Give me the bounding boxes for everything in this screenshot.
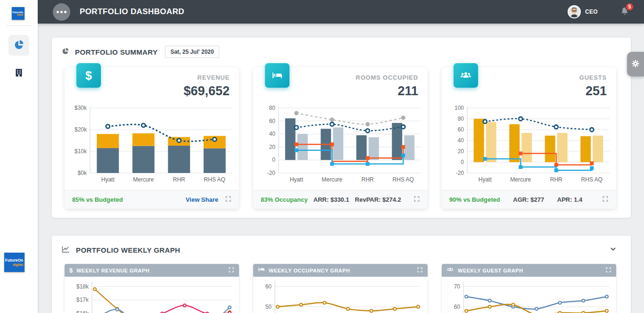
revenue-card-footer: 85% vs Budgeted View Share bbox=[65, 190, 239, 209]
rooms-occupied-card: ROOMS OCCUPIED 211 -20020406080HyattMerc… bbox=[253, 67, 428, 209]
guests-card: GUESTS 251 -20020406080100HyattMercureRH… bbox=[442, 67, 616, 209]
revpar-value: RevPAR: $274.2 bbox=[355, 196, 401, 203]
svg-text:0: 0 bbox=[461, 159, 464, 165]
weekly-revenue-card: $ WEEKLY REVENUE GRAPH $15k$16k$17k$18k bbox=[65, 264, 239, 313]
weekly-card-title: WEEKLY GUEST GRAPH bbox=[458, 268, 523, 273]
line-chart-icon bbox=[61, 245, 70, 255]
svg-text:40: 40 bbox=[458, 137, 464, 144]
expand-icon[interactable] bbox=[605, 266, 611, 275]
page-title: PORTFOLIO DASHBOARD bbox=[80, 7, 184, 16]
svg-text:RHS AQ: RHS AQ bbox=[393, 176, 414, 183]
svg-text:60: 60 bbox=[458, 126, 464, 133]
portfolio-weekly-panel: PORTFOLIO WEEKLY GRAPH $ WEEKLY REVENUE … bbox=[52, 236, 631, 313]
sidebar-divider bbox=[7, 25, 31, 26]
svg-text:Hyatt: Hyatt bbox=[290, 176, 304, 183]
svg-text:$0k: $0k bbox=[78, 170, 87, 176]
svg-text:$10k: $10k bbox=[74, 148, 87, 155]
budget-status: 90% vs Budgeted bbox=[449, 196, 500, 203]
svg-text:50: 50 bbox=[265, 304, 272, 310]
svg-text:$20k: $20k bbox=[74, 126, 87, 133]
pie-chart-icon bbox=[61, 47, 69, 57]
date-badge[interactable]: Sat, 25 Jul' 2020 bbox=[165, 46, 219, 58]
weekly-revenue-chart: $15k$16k$17k$18k bbox=[65, 280, 239, 313]
expand-icon[interactable] bbox=[228, 266, 234, 275]
summary-title: PORTFOLIO SUMMARY bbox=[75, 48, 157, 56]
svg-text:60: 60 bbox=[269, 118, 276, 124]
brand-sub: digital bbox=[17, 14, 23, 16]
svg-text:0: 0 bbox=[272, 156, 275, 163]
users-icon bbox=[446, 266, 454, 275]
weekly-occupancy-card: WEEKLY OCCUPANCY GRAPH 405060 bbox=[253, 264, 428, 313]
notifications-button[interactable]: 5 bbox=[619, 6, 630, 18]
svg-text:40: 40 bbox=[269, 131, 276, 137]
menu-dots-icon bbox=[57, 11, 59, 13]
gear-icon bbox=[631, 59, 640, 70]
svg-text:Mercure: Mercure bbox=[322, 176, 342, 183]
svg-text:-20: -20 bbox=[456, 170, 464, 176]
guests-chart: -20020406080100HyattMercureRHRRHS AQ bbox=[444, 104, 614, 190]
revenue-card: $ REVENUE $69,652 $0k$10k$20k$30kHyattMe… bbox=[65, 67, 239, 209]
expand-icon[interactable] bbox=[602, 196, 609, 204]
user-role: CEO bbox=[585, 8, 598, 15]
svg-text:RHS AQ: RHS AQ bbox=[581, 176, 603, 183]
settings-tab[interactable] bbox=[627, 52, 644, 76]
svg-text:Mercure: Mercure bbox=[133, 176, 154, 183]
main-content: PORTFOLIO SUMMARY Sat, 25 Jul' 2020 $ RE… bbox=[38, 24, 644, 313]
building-icon bbox=[14, 67, 24, 79]
svg-text:20: 20 bbox=[269, 144, 276, 150]
svg-text:60: 60 bbox=[265, 283, 272, 290]
occupancy-status: 83% Occupancy bbox=[261, 196, 308, 203]
guests-card-footer: 90% vs Budgeted AGR: $277 APR: 1.4 bbox=[442, 190, 616, 209]
arr-value: ARR: $330.1 bbox=[314, 196, 349, 203]
svg-text:Mercure: Mercure bbox=[510, 176, 531, 183]
users-icon bbox=[454, 63, 478, 88]
dollar-icon: $ bbox=[76, 63, 101, 88]
svg-text:RHR: RHR bbox=[362, 176, 374, 183]
weekly-guest-header: WEEKLY GUEST GRAPH bbox=[442, 264, 616, 277]
sidebar: FutureOn digital FutureOn digital bbox=[0, 0, 38, 313]
svg-text:80: 80 bbox=[269, 105, 276, 111]
svg-text:Hyatt: Hyatt bbox=[101, 176, 115, 183]
bed-icon bbox=[265, 63, 289, 88]
weekly-occupancy-header: WEEKLY OCCUPANCY GRAPH bbox=[253, 264, 428, 277]
apr-value: APR: 1.4 bbox=[557, 196, 582, 203]
weekly-occupancy-chart: 405060 bbox=[253, 280, 428, 313]
bed-icon bbox=[258, 266, 265, 275]
weekly-card-title: WEEKLY OCCUPANCY GRAPH bbox=[269, 268, 350, 273]
notification-badge: 5 bbox=[625, 2, 634, 11]
rooms-card-footer: 83% Occupancy ARR: $330.1 RevPAR: $274.2 bbox=[253, 190, 428, 209]
svg-text:$18k: $18k bbox=[76, 283, 89, 290]
svg-text:-20: -20 bbox=[267, 170, 276, 176]
svg-text:Hyatt: Hyatt bbox=[479, 176, 492, 183]
brand-name: FutureOn bbox=[5, 258, 23, 263]
dollar-icon: $ bbox=[69, 267, 73, 274]
weekly-revenue-header: $ WEEKLY REVENUE GRAPH bbox=[65, 264, 239, 277]
menu-button[interactable] bbox=[53, 3, 70, 21]
expand-icon[interactable] bbox=[225, 196, 231, 204]
rooms-chart: -20020406080HyattMercureRHRRHS AQ bbox=[255, 104, 426, 190]
revenue-chart: $0k$10k$20k$30kHyattMercureRHRRHS AQ bbox=[66, 104, 237, 190]
sidebar-item-dashboard[interactable] bbox=[8, 35, 29, 56]
brand-sub: digital bbox=[13, 263, 23, 267]
brand-logo-bottom[interactable]: FutureOn digital bbox=[4, 253, 25, 272]
svg-text:RHS AQ: RHS AQ bbox=[204, 176, 225, 183]
view-share-link[interactable]: View Share bbox=[186, 196, 218, 203]
svg-text:80: 80 bbox=[458, 115, 464, 122]
weekly-card-title: WEEKLY REVENUE GRAPH bbox=[76, 268, 149, 273]
weekly-guest-chart: 506070 bbox=[442, 280, 616, 313]
bell-icon bbox=[619, 11, 630, 18]
svg-text:70: 70 bbox=[454, 283, 461, 290]
portfolio-summary-panel: PORTFOLIO SUMMARY Sat, 25 Jul' 2020 $ RE… bbox=[52, 38, 631, 218]
svg-text:$17k: $17k bbox=[76, 297, 89, 303]
svg-text:20: 20 bbox=[458, 148, 464, 155]
expand-icon[interactable] bbox=[413, 196, 420, 204]
expand-icon[interactable] bbox=[417, 266, 423, 275]
svg-text:$16k: $16k bbox=[76, 310, 89, 313]
svg-text:100: 100 bbox=[454, 105, 464, 111]
brand-logo-top[interactable]: FutureOn digital bbox=[12, 7, 25, 20]
collapse-weekly-button[interactable] bbox=[609, 245, 618, 255]
sidebar-item-hotels[interactable] bbox=[8, 63, 29, 83]
avatar[interactable] bbox=[568, 5, 581, 18]
chevron-down-icon bbox=[610, 247, 617, 254]
svg-text:$30k: $30k bbox=[74, 105, 87, 111]
